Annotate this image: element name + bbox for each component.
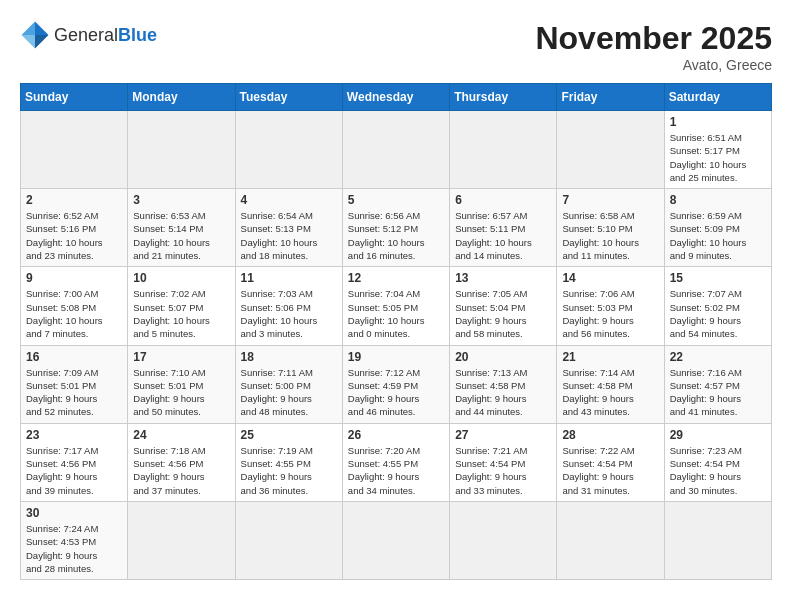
calendar-cell: 30Sunrise: 7:24 AMSunset: 4:53 PMDayligh…	[21, 501, 128, 579]
day-info: Sunrise: 7:24 AMSunset: 4:53 PMDaylight:…	[26, 522, 122, 575]
day-number: 23	[26, 428, 122, 442]
calendar-cell: 15Sunrise: 7:07 AMSunset: 5:02 PMDayligh…	[664, 267, 771, 345]
day-number: 13	[455, 271, 551, 285]
calendar-cell: 21Sunrise: 7:14 AMSunset: 4:58 PMDayligh…	[557, 345, 664, 423]
calendar-cell: 29Sunrise: 7:23 AMSunset: 4:54 PMDayligh…	[664, 423, 771, 501]
day-number: 27	[455, 428, 551, 442]
day-info: Sunrise: 7:17 AMSunset: 4:56 PMDaylight:…	[26, 444, 122, 497]
day-info: Sunrise: 7:03 AMSunset: 5:06 PMDaylight:…	[241, 287, 337, 340]
calendar-cell: 16Sunrise: 7:09 AMSunset: 5:01 PMDayligh…	[21, 345, 128, 423]
calendar-cell: 9Sunrise: 7:00 AMSunset: 5:08 PMDaylight…	[21, 267, 128, 345]
day-info: Sunrise: 7:21 AMSunset: 4:54 PMDaylight:…	[455, 444, 551, 497]
weekday-header-row: SundayMondayTuesdayWednesdayThursdayFrid…	[21, 84, 772, 111]
day-info: Sunrise: 7:11 AMSunset: 5:00 PMDaylight:…	[241, 366, 337, 419]
logo: GeneralBlue	[20, 20, 157, 50]
calendar-cell	[557, 111, 664, 189]
day-info: Sunrise: 6:54 AMSunset: 5:13 PMDaylight:…	[241, 209, 337, 262]
weekday-header-thursday: Thursday	[450, 84, 557, 111]
calendar-cell: 13Sunrise: 7:05 AMSunset: 5:04 PMDayligh…	[450, 267, 557, 345]
calendar-cell: 3Sunrise: 6:53 AMSunset: 5:14 PMDaylight…	[128, 189, 235, 267]
day-number: 4	[241, 193, 337, 207]
calendar-cell: 25Sunrise: 7:19 AMSunset: 4:55 PMDayligh…	[235, 423, 342, 501]
calendar-table: SundayMondayTuesdayWednesdayThursdayFrid…	[20, 83, 772, 580]
day-number: 8	[670, 193, 766, 207]
calendar-cell: 14Sunrise: 7:06 AMSunset: 5:03 PMDayligh…	[557, 267, 664, 345]
calendar-cell: 19Sunrise: 7:12 AMSunset: 4:59 PMDayligh…	[342, 345, 449, 423]
day-info: Sunrise: 6:53 AMSunset: 5:14 PMDaylight:…	[133, 209, 229, 262]
day-number: 18	[241, 350, 337, 364]
day-info: Sunrise: 7:06 AMSunset: 5:03 PMDaylight:…	[562, 287, 658, 340]
weekday-header-tuesday: Tuesday	[235, 84, 342, 111]
day-number: 7	[562, 193, 658, 207]
day-number: 6	[455, 193, 551, 207]
day-info: Sunrise: 7:10 AMSunset: 5:01 PMDaylight:…	[133, 366, 229, 419]
day-info: Sunrise: 7:09 AMSunset: 5:01 PMDaylight:…	[26, 366, 122, 419]
calendar-week-5: 23Sunrise: 7:17 AMSunset: 4:56 PMDayligh…	[21, 423, 772, 501]
day-info: Sunrise: 7:23 AMSunset: 4:54 PMDaylight:…	[670, 444, 766, 497]
weekday-header-monday: Monday	[128, 84, 235, 111]
day-info: Sunrise: 6:56 AMSunset: 5:12 PMDaylight:…	[348, 209, 444, 262]
calendar-cell: 27Sunrise: 7:21 AMSunset: 4:54 PMDayligh…	[450, 423, 557, 501]
day-info: Sunrise: 7:14 AMSunset: 4:58 PMDaylight:…	[562, 366, 658, 419]
calendar-cell: 20Sunrise: 7:13 AMSunset: 4:58 PMDayligh…	[450, 345, 557, 423]
calendar-cell: 23Sunrise: 7:17 AMSunset: 4:56 PMDayligh…	[21, 423, 128, 501]
calendar-cell: 4Sunrise: 6:54 AMSunset: 5:13 PMDaylight…	[235, 189, 342, 267]
calendar-cell: 10Sunrise: 7:02 AMSunset: 5:07 PMDayligh…	[128, 267, 235, 345]
month-title: November 2025	[535, 20, 772, 57]
calendar-cell	[664, 501, 771, 579]
day-info: Sunrise: 7:04 AMSunset: 5:05 PMDaylight:…	[348, 287, 444, 340]
day-info: Sunrise: 7:05 AMSunset: 5:04 PMDaylight:…	[455, 287, 551, 340]
day-number: 10	[133, 271, 229, 285]
day-number: 9	[26, 271, 122, 285]
calendar-week-3: 9Sunrise: 7:00 AMSunset: 5:08 PMDaylight…	[21, 267, 772, 345]
calendar-cell	[21, 111, 128, 189]
title-block: November 2025 Avato, Greece	[535, 20, 772, 73]
weekday-header-saturday: Saturday	[664, 84, 771, 111]
calendar-cell: 8Sunrise: 6:59 AMSunset: 5:09 PMDaylight…	[664, 189, 771, 267]
calendar-week-4: 16Sunrise: 7:09 AMSunset: 5:01 PMDayligh…	[21, 345, 772, 423]
day-number: 22	[670, 350, 766, 364]
calendar-cell: 1Sunrise: 6:51 AMSunset: 5:17 PMDaylight…	[664, 111, 771, 189]
calendar-cell: 18Sunrise: 7:11 AMSunset: 5:00 PMDayligh…	[235, 345, 342, 423]
day-number: 25	[241, 428, 337, 442]
day-number: 15	[670, 271, 766, 285]
day-number: 17	[133, 350, 229, 364]
calendar-cell	[128, 111, 235, 189]
day-number: 12	[348, 271, 444, 285]
day-number: 16	[26, 350, 122, 364]
calendar-cell: 17Sunrise: 7:10 AMSunset: 5:01 PMDayligh…	[128, 345, 235, 423]
calendar-cell	[450, 111, 557, 189]
calendar-cell	[557, 501, 664, 579]
calendar-cell	[128, 501, 235, 579]
svg-marker-0	[35, 22, 49, 36]
location-subtitle: Avato, Greece	[535, 57, 772, 73]
weekday-header-sunday: Sunday	[21, 84, 128, 111]
day-number: 5	[348, 193, 444, 207]
day-number: 11	[241, 271, 337, 285]
day-number: 19	[348, 350, 444, 364]
calendar-cell: 2Sunrise: 6:52 AMSunset: 5:16 PMDaylight…	[21, 189, 128, 267]
calendar-week-1: 1Sunrise: 6:51 AMSunset: 5:17 PMDaylight…	[21, 111, 772, 189]
day-info: Sunrise: 6:58 AMSunset: 5:10 PMDaylight:…	[562, 209, 658, 262]
day-info: Sunrise: 7:00 AMSunset: 5:08 PMDaylight:…	[26, 287, 122, 340]
calendar-cell: 24Sunrise: 7:18 AMSunset: 4:56 PMDayligh…	[128, 423, 235, 501]
calendar-cell	[342, 501, 449, 579]
day-info: Sunrise: 6:59 AMSunset: 5:09 PMDaylight:…	[670, 209, 766, 262]
day-number: 21	[562, 350, 658, 364]
day-info: Sunrise: 7:02 AMSunset: 5:07 PMDaylight:…	[133, 287, 229, 340]
calendar-week-6: 30Sunrise: 7:24 AMSunset: 4:53 PMDayligh…	[21, 501, 772, 579]
weekday-header-friday: Friday	[557, 84, 664, 111]
calendar-cell	[235, 111, 342, 189]
day-info: Sunrise: 7:18 AMSunset: 4:56 PMDaylight:…	[133, 444, 229, 497]
calendar-cell: 26Sunrise: 7:20 AMSunset: 4:55 PMDayligh…	[342, 423, 449, 501]
page-header: GeneralBlue November 2025 Avato, Greece	[20, 20, 772, 73]
calendar-cell: 5Sunrise: 6:56 AMSunset: 5:12 PMDaylight…	[342, 189, 449, 267]
day-number: 2	[26, 193, 122, 207]
day-number: 29	[670, 428, 766, 442]
day-number: 14	[562, 271, 658, 285]
day-info: Sunrise: 7:19 AMSunset: 4:55 PMDaylight:…	[241, 444, 337, 497]
day-number: 20	[455, 350, 551, 364]
svg-marker-3	[22, 35, 36, 49]
calendar-cell: 12Sunrise: 7:04 AMSunset: 5:05 PMDayligh…	[342, 267, 449, 345]
logo-icon	[20, 20, 50, 50]
